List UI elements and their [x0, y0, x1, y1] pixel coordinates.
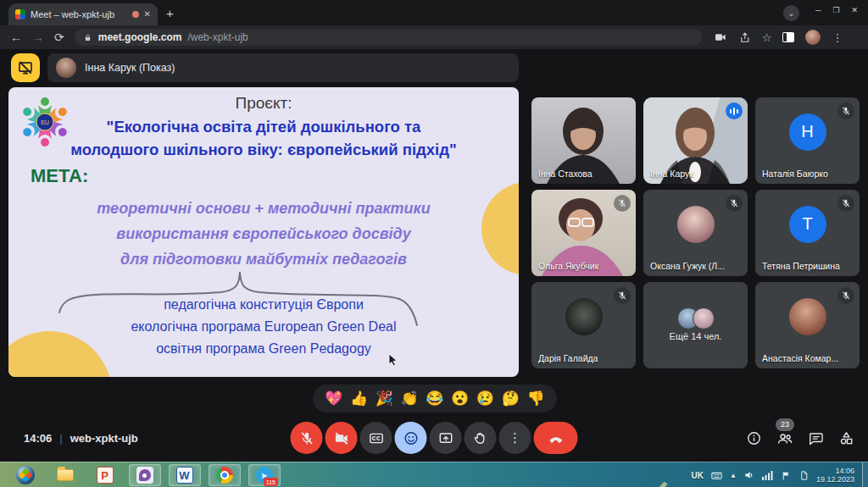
file-explorer-button[interactable] [45, 464, 85, 486]
windows-logo-icon [16, 466, 35, 484]
more-participants-tile[interactable]: Ещё 14 чел. [643, 282, 748, 368]
reactions-bar: 💖 👍 🎉 👏 😂 😮 😢 🤔 👎 [313, 385, 557, 412]
browser-profile-avatar[interactable] [805, 30, 821, 45]
close-button[interactable]: ✕ [851, 2, 858, 19]
presenter-pill[interactable]: Інна Карук (Показ) [47, 53, 519, 82]
windows-taskbar: P W ➤ 115 UK ▲ [0, 462, 868, 487]
mic-off-icon [837, 287, 854, 304]
presentation-off-warning-icon[interactable] [11, 53, 40, 82]
reaction-laugh[interactable]: 😂 [426, 391, 443, 406]
participant-tile-speaking[interactable]: Інна Карук [643, 97, 748, 184]
mic-off-button[interactable] [291, 422, 323, 454]
taskbar-icons: P W ➤ 115 [5, 462, 284, 487]
participant-name: Тетяна Петришина [762, 261, 840, 271]
camera-off-button[interactable] [326, 422, 358, 454]
reaction-thinking[interactable]: 🤔 [502, 391, 520, 406]
participant-tile[interactable]: Оксана Гужук (Л... [643, 190, 748, 276]
camera-in-use-icon[interactable] [714, 30, 727, 44]
tab-search-icon[interactable]: ⌄ [783, 5, 799, 21]
hidden-icons-chevron[interactable]: ▲ [730, 472, 737, 479]
participant-name: Анастасія Комар... [762, 353, 838, 363]
raise-hand-button[interactable] [465, 422, 497, 454]
tab-close-icon[interactable]: ✕ [144, 10, 151, 19]
viber-button[interactable] [129, 464, 161, 486]
telegram-icon: ➤ 115 [256, 467, 273, 484]
reaction-thumbs-down[interactable]: 👎 [526, 391, 544, 406]
program-line3: освітня програма Green Pedagogy [8, 338, 519, 360]
reaction-cry[interactable]: 😢 [476, 391, 494, 406]
chat-button[interactable] [808, 430, 824, 446]
reactions-button[interactable] [395, 422, 427, 454]
meet-favicon [15, 9, 25, 19]
tab-title: Meet – web-xpkt-ujb [31, 9, 127, 19]
photo-avatar [565, 298, 603, 335]
end-call-button[interactable] [534, 422, 578, 454]
more-options-button[interactable]: ⋮ [499, 422, 531, 454]
lock-icon [83, 33, 92, 42]
participant-name: Дарія Галайда [538, 353, 598, 363]
maximize-button[interactable]: ❐ [832, 2, 839, 19]
url-bar-icons: ☆ ⋮ [714, 30, 843, 45]
address-bar[interactable]: meet.google.com/web-xpkt-ujb [75, 29, 702, 46]
presenter-name: Інна Карук (Показ) [85, 62, 175, 74]
panel-controls: 23 [746, 415, 854, 462]
telegram-button[interactable]: ➤ 115 [248, 464, 281, 486]
chrome-button[interactable] [209, 464, 241, 486]
browser-tab[interactable]: Meet – web-xpkt-ujb ✕ [8, 3, 158, 25]
reaction-party[interactable]: 🎉 [376, 391, 393, 406]
word-button[interactable]: W [169, 464, 201, 486]
powerpoint-button[interactable]: P [85, 464, 125, 486]
keyboard-icon[interactable] [710, 469, 723, 482]
telegram-unread-badge: 115 [264, 478, 277, 486]
clipboard-icon[interactable] [798, 470, 810, 481]
tray-time: 14:06 [816, 467, 854, 475]
participant-tile[interactable]: Анастасія Комар... [755, 282, 860, 368]
share-icon[interactable] [738, 31, 751, 44]
reaction-heart[interactable]: 💖 [325, 391, 342, 406]
mic-off-icon [837, 195, 854, 212]
participant-tile[interactable]: Т Тетяна Петришина [755, 190, 860, 276]
tray-clock[interactable]: 14:06 19.12.2023 [816, 467, 854, 484]
participant-tile[interactable]: Ольга Якубчик [531, 190, 636, 276]
reload-button[interactable]: ⟳ [54, 31, 64, 43]
mic-off-icon [726, 195, 743, 212]
new-tab-button[interactable]: + [166, 7, 174, 19]
minimize-button[interactable]: ─ [815, 2, 821, 19]
volume-icon[interactable] [743, 469, 755, 481]
reaction-surprised[interactable]: 😮 [451, 391, 469, 406]
participant-name: Оксана Гужук (Л... [650, 261, 725, 271]
meeting-time: 14:06 [24, 432, 52, 445]
start-button[interactable] [5, 464, 45, 486]
call-controls: ⋮ [291, 422, 578, 454]
captions-button[interactable] [360, 422, 392, 454]
network-signal-icon[interactable] [762, 470, 774, 480]
participant-name: Ольга Якубчик [538, 261, 598, 271]
language-indicator[interactable]: UK [692, 471, 704, 480]
bookmark-star-icon[interactable]: ☆ [762, 32, 772, 43]
meeting-details-button[interactable] [746, 430, 762, 446]
action-center-flag-icon[interactable] [781, 470, 792, 481]
shared-presentation-slide[interactable]: EU Проєкт: "Екологічна освіта дітей дошк… [8, 87, 519, 377]
participant-name: Наталія Баюрко [762, 169, 828, 179]
url-path: /web-xpkt-ujb [187, 31, 248, 43]
show-desktop-button[interactable] [862, 462, 868, 487]
participant-tile[interactable]: Н Наталія Баюрко [755, 97, 860, 184]
photo-avatar [677, 206, 715, 243]
activities-button[interactable] [838, 430, 854, 446]
mouse-cursor [388, 353, 398, 367]
present-button[interactable] [430, 422, 462, 454]
reaction-clap[interactable]: 👏 [401, 391, 419, 406]
initial-avatar: Т [789, 206, 826, 243]
divider: | [59, 432, 62, 445]
side-panel-icon[interactable] [782, 32, 794, 42]
browser-menu-icon[interactable]: ⋮ [832, 32, 843, 43]
forward-button[interactable]: → [32, 31, 44, 43]
participants-button[interactable]: 23 [776, 430, 793, 447]
mic-off-icon [614, 195, 631, 212]
back-button[interactable]: ← [10, 31, 22, 43]
viber-icon [136, 467, 153, 484]
meet-app: Інна Карук (Показ) EU Проєкт: [0, 49, 868, 462]
reaction-thumbs-up[interactable]: 👍 [350, 391, 368, 406]
participant-tile[interactable]: Дарія Галайда [531, 282, 636, 368]
participant-tile[interactable]: Інна Стахова [531, 97, 636, 184]
